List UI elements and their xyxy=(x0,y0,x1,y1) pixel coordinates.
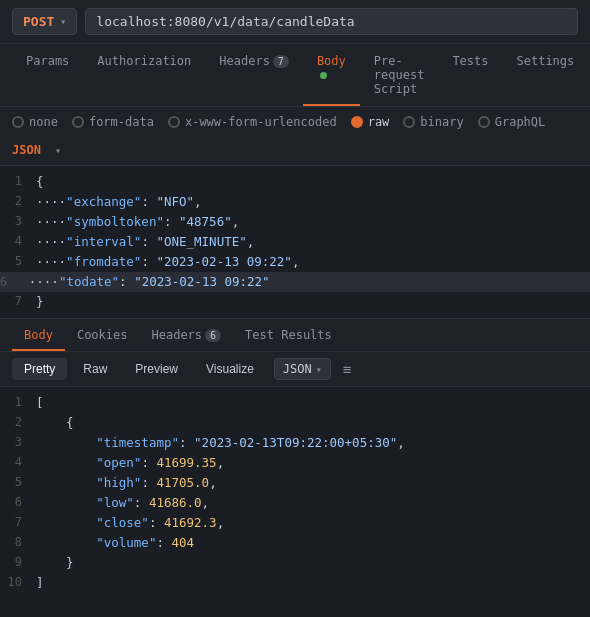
req-line-3: 3 ····"symboltoken": "48756", xyxy=(0,212,590,232)
tab-body[interactable]: Body xyxy=(303,44,360,106)
req-line-6: 6 ····"todate": "2023-02-13 09:22" xyxy=(0,272,590,292)
json-format-dropdown[interactable]: JSON ▾ xyxy=(274,358,331,380)
radio-graphql-icon xyxy=(478,116,490,128)
radio-none-icon xyxy=(12,116,24,128)
resp-tab-body[interactable]: Body xyxy=(12,319,65,351)
req-line-7: 7 } xyxy=(0,292,590,312)
option-raw[interactable]: raw xyxy=(351,115,390,129)
option-raw-label: raw xyxy=(368,115,390,129)
radio-raw-icon xyxy=(351,116,363,128)
method-label: POST xyxy=(23,14,54,29)
request-body-editor[interactable]: 1 { 2 ····"exchange": "NFO", 3 ····"symb… xyxy=(0,166,590,319)
radio-form-data-icon xyxy=(72,116,84,128)
tab-tests[interactable]: Tests xyxy=(438,44,502,106)
chevron-json-icon: ▾ xyxy=(55,145,61,156)
body-options: none form-data x-www-form-urlencoded raw… xyxy=(0,107,590,166)
resp-line-4: 4 "open": 41699.35, xyxy=(0,453,590,473)
resp-line-8: 8 "volume": 404 xyxy=(0,533,590,553)
format-pretty-button[interactable]: Pretty xyxy=(12,358,67,380)
filter-icon[interactable]: ≡ xyxy=(343,361,351,377)
format-raw-button[interactable]: Raw xyxy=(71,358,119,380)
resp-tab-headers[interactable]: Headers6 xyxy=(139,319,233,351)
radio-urlencoded-icon xyxy=(168,116,180,128)
chevron-down-icon: ▾ xyxy=(60,16,66,27)
headers-badge: 7 xyxy=(273,55,289,68)
tab-authorization[interactable]: Authorization xyxy=(83,44,205,106)
resp-line-5: 5 "high": 41705.0, xyxy=(0,473,590,493)
top-bar: POST ▾ xyxy=(0,0,590,44)
option-graphql-label: GraphQL xyxy=(495,115,546,129)
resp-line-3: 3 "timestamp": "2023-02-13T09:22:00+05:3… xyxy=(0,433,590,453)
response-body-viewer: 1 [ 2 { 3 "timestamp": "2023-02-13T09:22… xyxy=(0,387,590,599)
option-none[interactable]: none xyxy=(12,115,58,129)
option-binary[interactable]: binary xyxy=(403,115,463,129)
format-visualize-button[interactable]: Visualize xyxy=(194,358,266,380)
json-type-label[interactable]: JSON xyxy=(12,143,41,157)
resp-tab-test-results[interactable]: Test Results xyxy=(233,319,344,351)
response-toolbar: Pretty Raw Preview Visualize JSON ▾ ≡ xyxy=(0,352,590,387)
resp-line-6: 6 "low": 41686.0, xyxy=(0,493,590,513)
tab-headers[interactable]: Headers7 xyxy=(205,44,303,106)
tab-settings[interactable]: Settings xyxy=(503,44,589,106)
tab-pre-request[interactable]: Pre-request Script xyxy=(360,44,439,106)
method-selector[interactable]: POST ▾ xyxy=(12,8,77,35)
req-line-4: 4 ····"interval": "ONE_MINUTE", xyxy=(0,232,590,252)
resp-headers-badge: 6 xyxy=(205,329,221,342)
request-tabs: Params Authorization Headers7 Body Pre-r… xyxy=(0,44,590,107)
resp-tab-cookies[interactable]: Cookies xyxy=(65,319,140,351)
req-line-5: 5 ····"fromdate": "2023-02-13 09:22", xyxy=(0,252,590,272)
req-line-1: 1 { xyxy=(0,172,590,192)
json-format-label: JSON xyxy=(283,362,312,376)
resp-line-9: 9 } xyxy=(0,553,590,573)
tab-params[interactable]: Params xyxy=(12,44,83,106)
radio-binary-icon xyxy=(403,116,415,128)
option-graphql[interactable]: GraphQL xyxy=(478,115,546,129)
option-urlencoded-label: x-www-form-urlencoded xyxy=(185,115,337,129)
resp-line-10: 10 ] xyxy=(0,573,590,593)
body-dot-icon xyxy=(320,72,327,79)
url-input[interactable] xyxy=(85,8,578,35)
option-form-data-label: form-data xyxy=(89,115,154,129)
resp-line-7: 7 "close": 41692.3, xyxy=(0,513,590,533)
format-preview-button[interactable]: Preview xyxy=(123,358,190,380)
resp-line-1: 1 [ xyxy=(0,393,590,413)
response-tabs: Body Cookies Headers6 Test Results xyxy=(0,319,590,352)
option-form-data[interactable]: form-data xyxy=(72,115,154,129)
chevron-json-resp-icon: ▾ xyxy=(316,364,322,375)
req-line-2: 2 ····"exchange": "NFO", xyxy=(0,192,590,212)
option-urlencoded[interactable]: x-www-form-urlencoded xyxy=(168,115,337,129)
resp-line-2: 2 { xyxy=(0,413,590,433)
option-none-label: none xyxy=(29,115,58,129)
option-binary-label: binary xyxy=(420,115,463,129)
